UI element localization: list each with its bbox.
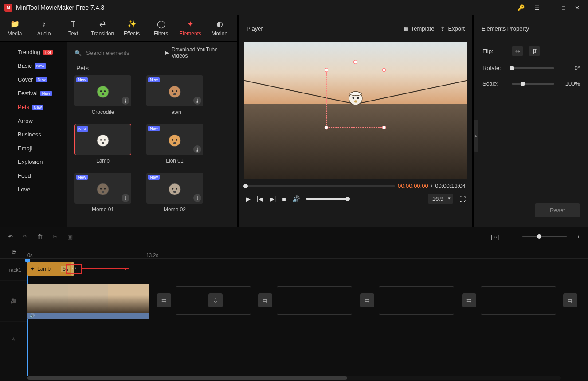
category-item-arrow[interactable]: Arrow [0, 114, 67, 128]
transition-slot-icon[interactable]: ⇆ [258, 293, 272, 307]
transition-slot-icon[interactable]: ⇆ [462, 293, 476, 307]
flip-horizontal-button[interactable]: ⇿ [512, 46, 523, 56]
tab-media[interactable]: 📁Media [0, 15, 29, 41]
resize-handle-se[interactable] [382, 126, 386, 130]
export-button[interactable]: ⇪ Export [440, 25, 465, 32]
element-thumb: New ⭳ [146, 173, 203, 204]
resize-handle-sw[interactable] [325, 126, 329, 130]
download-icon[interactable]: ⭳ [193, 145, 201, 153]
activate-key-icon[interactable]: 🔑 [514, 4, 528, 11]
tab-text[interactable]: TText [59, 15, 88, 41]
svg-point-25 [353, 97, 354, 99]
redo-icon[interactable]: ↷ [23, 233, 27, 240]
svg-point-18 [104, 188, 106, 190]
volume-slider[interactable] [306, 198, 350, 200]
resize-handle-ne[interactable] [382, 68, 386, 72]
svg-point-22 [176, 188, 178, 190]
minimize-icon[interactable]: – [544, 4, 557, 11]
zoom-out-icon[interactable]: − [510, 233, 513, 240]
category-item-explosion[interactable]: Explosion [0, 155, 67, 169]
element-card-meme01[interactable]: New ⭳ Meme 01 [74, 173, 131, 213]
badge-new: New [76, 175, 88, 180]
badge-new: New [77, 126, 88, 132]
aspect-ratio-select[interactable]: 16:9 [428, 194, 453, 204]
rotate-slider[interactable] [512, 67, 554, 69]
category-item-emoji[interactable]: Emoji [0, 141, 67, 155]
search-input[interactable] [86, 50, 161, 56]
collapse-properties-icon[interactable]: ▸ [474, 120, 478, 152]
tab-filters[interactable]: ◯Filters [146, 15, 176, 41]
tab-elements[interactable]: ✦Elements [176, 15, 205, 41]
volume-icon[interactable]: 🔊 [292, 195, 300, 202]
template-button[interactable]: ▦ Template [403, 25, 435, 32]
scale-slider[interactable] [512, 83, 554, 85]
svg-point-12 [169, 135, 180, 146]
element-card-meme02[interactable]: New ⭳ Meme 02 [146, 173, 203, 213]
media-slot[interactable] [481, 286, 556, 315]
app-logo-icon: M [4, 4, 12, 12]
zoom-in-icon[interactable]: + [576, 233, 580, 240]
element-selection-box[interactable] [326, 70, 384, 128]
add-track-icon[interactable]: ⧉ [0, 249, 27, 256]
category-item-business[interactable]: Business [0, 128, 67, 141]
seek-bar[interactable] [246, 185, 395, 187]
download-icon[interactable]: ⭳ [122, 194, 129, 202]
timeline-tracks[interactable]: ✦ Lamb 5s ⇿ 🔊 ⇆ ⇩ ⇆ ⇆ [27, 259, 588, 376]
download-icon[interactable]: ⭳ [122, 97, 129, 105]
tab-effects[interactable]: ✨Effects [117, 15, 146, 41]
properties-title: Elements Property [474, 15, 588, 42]
hamburger-menu-icon[interactable]: ☰ [530, 4, 544, 11]
media-slot[interactable] [277, 286, 352, 315]
play-icon[interactable]: ▶ [246, 195, 251, 202]
transition-slot-icon[interactable]: ⇆ [360, 293, 374, 307]
category-item-pets[interactable]: PetsNew [0, 100, 67, 114]
element-card-label: Meme 02 [146, 206, 203, 213]
category-item-basic[interactable]: BasicNew [0, 59, 67, 73]
element-card-label: Lion 01 [146, 158, 203, 164]
split-icon[interactable]: ✂ [53, 233, 58, 240]
svg-point-4 [169, 86, 180, 97]
close-icon[interactable]: ✕ [570, 4, 584, 11]
stop-icon[interactable]: ■ [282, 195, 286, 202]
timecode-total: 00:00:13:04 [435, 183, 466, 189]
video-clip[interactable]: 🔊 [27, 284, 149, 319]
preview-canvas[interactable] [244, 42, 467, 179]
crop-icon[interactable]: ▣ [67, 233, 73, 240]
timeline-ruler[interactable]: ⧉ 0s 13.2s [0, 246, 588, 259]
category-item-trending[interactable]: TrendingHot [0, 45, 67, 59]
reset-button[interactable]: Reset [535, 203, 580, 217]
tab-motion[interactable]: ◐Motion [205, 15, 234, 41]
category-item-love[interactable]: Love [0, 183, 67, 196]
zoom-slider[interactable] [522, 236, 567, 237]
fit-zoom-icon[interactable]: |↔| [491, 233, 500, 240]
download-icon[interactable]: ⭳ [193, 97, 201, 105]
undo-icon[interactable]: ↶ [8, 233, 13, 240]
resize-handle-nw[interactable] [325, 68, 329, 72]
fullscreen-icon[interactable]: ⛶ [459, 195, 466, 202]
flip-vertical-button[interactable]: ⇵ [529, 46, 540, 56]
prev-frame-icon[interactable]: |◀ [257, 195, 263, 202]
delete-icon[interactable]: 🗑 [37, 233, 43, 240]
media-slot[interactable] [379, 286, 454, 315]
tab-audio[interactable]: ♪Audio [29, 15, 59, 41]
element-card-fawn[interactable]: New ⭳ Fawn [146, 75, 203, 115]
category-item-food[interactable]: Food [0, 169, 67, 183]
tab-transition[interactable]: ⇄Transition [88, 15, 117, 41]
transition-slot-icon[interactable]: ⇆ [563, 293, 577, 307]
add-media-icon[interactable]: ⇩ [208, 293, 223, 307]
element-card-lion01[interactable]: New ⭳ Lion 01 [146, 124, 203, 164]
rotate-handle[interactable] [353, 60, 357, 64]
search-icon: 🔍 [74, 50, 82, 56]
maximize-icon[interactable]: □ [557, 4, 570, 11]
next-frame-icon[interactable]: ▶| [270, 195, 276, 202]
element-card-crocodile[interactable]: New ⭳ Crocodile [74, 75, 131, 115]
timeline-scrollbar[interactable] [27, 376, 561, 380]
element-card-lamb[interactable]: New Lamb [74, 124, 131, 164]
category-item-cover[interactable]: CoverNew [0, 73, 67, 86]
transition-slot-icon[interactable]: ⇆ [157, 293, 171, 307]
category-item-festival[interactable]: FestivalNew [0, 86, 67, 100]
motion-icon: ◐ [216, 19, 223, 29]
badge-new: New [32, 105, 43, 110]
download-icon[interactable]: ⭳ [193, 194, 201, 202]
download-youtube-button[interactable]: ▶ Download YouTube Videos [165, 47, 230, 59]
